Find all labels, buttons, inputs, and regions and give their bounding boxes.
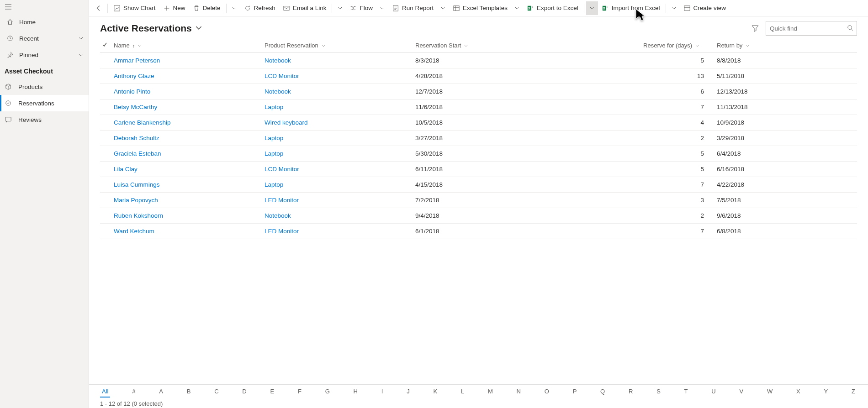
row-selector[interactable]: [100, 193, 114, 208]
table-row[interactable]: Ward KetchumLED Monitor6/1/201876/8/2018: [100, 224, 857, 239]
table-row[interactable]: Ammar PetersonNotebook8/3/201858/8/2018: [100, 53, 857, 68]
alpha-d[interactable]: D: [240, 386, 248, 398]
alpha-#[interactable]: #: [130, 386, 137, 398]
table-row[interactable]: Carlene BlankenshipWired keyboard10/5/20…: [100, 115, 857, 131]
create-view-button[interactable]: Create view: [680, 1, 730, 15]
new-button[interactable]: New: [159, 1, 189, 15]
alpha-k[interactable]: K: [431, 386, 439, 398]
delete-button[interactable]: Delete: [189, 1, 224, 15]
name-link[interactable]: Carlene Blankenship: [114, 119, 171, 126]
name-link[interactable]: Graciela Esteban: [114, 150, 161, 157]
import-excel-button[interactable]: Import from Excel: [598, 1, 664, 15]
sidebar-item-reservations[interactable]: Reservations: [0, 95, 89, 111]
row-selector[interactable]: [100, 84, 114, 99]
product-link[interactable]: LCD Monitor: [265, 166, 299, 173]
sidebar-nav-pinned[interactable]: Pinned: [0, 47, 89, 63]
name-link[interactable]: Maria Popovych: [114, 197, 158, 204]
email-link-button[interactable]: Email a Link: [279, 1, 330, 15]
product-link[interactable]: Notebook: [265, 88, 291, 95]
name-link[interactable]: Luisa Cummings: [114, 181, 160, 188]
table-row[interactable]: Anthony GlazeLCD Monitor4/28/2018135/11/…: [100, 68, 857, 84]
delete-dropdown[interactable]: [228, 1, 240, 15]
product-link[interactable]: Notebook: [265, 57, 291, 64]
sidebar-nav-recent[interactable]: Recent: [0, 30, 89, 47]
table-row[interactable]: Deborah SchultzLaptop3/27/201823/29/2018: [100, 131, 857, 146]
col-header-days[interactable]: Reserve for (days): [566, 38, 717, 53]
alpha-j[interactable]: J: [405, 386, 412, 398]
back-button[interactable]: [92, 1, 106, 15]
alpha-f[interactable]: F: [296, 386, 303, 398]
alpha-q[interactable]: Q: [598, 386, 607, 398]
search-icon[interactable]: [847, 25, 853, 32]
alpha-m[interactable]: M: [486, 386, 495, 398]
alpha-u[interactable]: U: [709, 386, 717, 398]
name-link[interactable]: Anthony Glaze: [114, 73, 154, 79]
row-selector[interactable]: [100, 146, 114, 162]
run-report-dropdown[interactable]: [437, 1, 449, 15]
table-row[interactable]: Betsy McCarthyLaptop11/6/2018711/13/2018: [100, 99, 857, 115]
show-chart-button[interactable]: Show Chart: [110, 1, 159, 15]
sidebar-item-products[interactable]: Products: [0, 78, 89, 95]
row-selector[interactable]: [100, 131, 114, 146]
alpha-all[interactable]: All: [100, 386, 110, 398]
alpha-i[interactable]: I: [380, 386, 385, 398]
import-excel-dropdown[interactable]: [668, 1, 680, 15]
alpha-x[interactable]: X: [794, 386, 802, 398]
product-link[interactable]: Notebook: [265, 212, 291, 219]
product-link[interactable]: Laptop: [265, 135, 283, 141]
export-excel-dropdown[interactable]: [586, 1, 598, 15]
product-link[interactable]: Laptop: [265, 104, 283, 110]
row-selector[interactable]: [100, 115, 114, 131]
quick-find[interactable]: [766, 21, 857, 36]
select-all-header[interactable]: [100, 38, 114, 53]
sidebar-item-reviews[interactable]: Reviews: [0, 111, 89, 128]
alpha-r[interactable]: R: [627, 386, 635, 398]
table-row[interactable]: Antonio PintoNotebook12/7/2018612/13/201…: [100, 84, 857, 99]
filter-button[interactable]: [751, 24, 759, 32]
quick-find-input[interactable]: [770, 25, 847, 32]
alpha-h[interactable]: H: [352, 386, 360, 398]
alpha-y[interactable]: Y: [822, 386, 830, 398]
product-link[interactable]: Laptop: [265, 181, 283, 188]
product-link[interactable]: LCD Monitor: [265, 73, 299, 79]
email-link-dropdown[interactable]: [334, 1, 346, 15]
row-selector[interactable]: [100, 53, 114, 68]
run-report-button[interactable]: Run Report: [388, 1, 437, 15]
row-selector[interactable]: [100, 177, 114, 193]
alpha-a[interactable]: A: [157, 386, 165, 398]
sidebar-nav-home[interactable]: Home: [0, 14, 89, 30]
alpha-p[interactable]: P: [571, 386, 579, 398]
name-link[interactable]: Antonio Pinto: [114, 88, 150, 95]
excel-templates-dropdown[interactable]: [511, 1, 523, 15]
alpha-o[interactable]: O: [543, 386, 551, 398]
flow-dropdown[interactable]: [376, 1, 388, 15]
table-row[interactable]: Ruben KokshoornNotebook9/4/201829/6/2018: [100, 208, 857, 224]
alpha-e[interactable]: E: [269, 386, 276, 398]
product-link[interactable]: Wired keyboard: [265, 119, 308, 126]
row-selector[interactable]: [100, 208, 114, 224]
table-row[interactable]: Graciela EstebanLaptop5/30/201856/4/2018: [100, 146, 857, 162]
alpha-w[interactable]: W: [765, 386, 774, 398]
row-selector[interactable]: [100, 224, 114, 239]
product-link[interactable]: LED Monitor: [265, 197, 299, 204]
col-header-product[interactable]: Product Reservation: [265, 38, 415, 53]
alpha-l[interactable]: L: [459, 386, 466, 398]
alpha-s[interactable]: S: [655, 386, 662, 398]
name-link[interactable]: Ward Ketchum: [114, 228, 154, 235]
view-selector[interactable]: Active Reservations: [100, 23, 202, 34]
alpha-z[interactable]: Z: [850, 386, 857, 398]
row-selector[interactable]: [100, 99, 114, 115]
name-link[interactable]: Lila Clay: [114, 166, 138, 173]
alpha-n[interactable]: N: [515, 386, 523, 398]
table-row[interactable]: Luisa CummingsLaptop4/15/201874/22/2018: [100, 177, 857, 193]
row-selector[interactable]: [100, 68, 114, 84]
alpha-t[interactable]: T: [683, 386, 690, 398]
col-header-returnby[interactable]: Return by: [717, 38, 857, 53]
table-row[interactable]: Lila ClayLCD Monitor6/11/201856/16/2018: [100, 162, 857, 177]
alpha-c[interactable]: C: [212, 386, 220, 398]
col-header-start[interactable]: Reservation Start: [415, 38, 566, 53]
hamburger-menu[interactable]: [0, 0, 89, 14]
alpha-v[interactable]: V: [738, 386, 746, 398]
row-selector[interactable]: [100, 162, 114, 177]
alpha-g[interactable]: G: [323, 386, 332, 398]
